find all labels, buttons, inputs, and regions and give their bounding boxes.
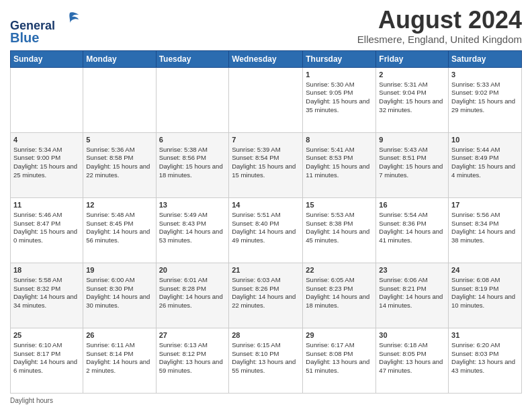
day-number: 2 bbox=[379, 70, 445, 80]
day-number: 23 bbox=[379, 265, 445, 275]
table-row: 28Sunrise: 6:15 AMSunset: 8:10 PMDayligh… bbox=[229, 328, 303, 393]
day-info: Sunrise: 5:44 AM bbox=[451, 146, 519, 154]
day-info: Sunset: 8:12 PM bbox=[159, 350, 226, 359]
day-info: Daylight: 14 hours and 41 minutes. bbox=[379, 228, 445, 245]
day-number: 13 bbox=[159, 200, 226, 210]
day-info: Sunset: 8:32 PM bbox=[13, 285, 80, 293]
table-row: 11Sunrise: 5:46 AMSunset: 8:47 PMDayligh… bbox=[11, 197, 83, 263]
col-monday: Monday bbox=[83, 50, 156, 67]
day-info: Sunrise: 5:48 AM bbox=[86, 211, 152, 220]
table-row: 18Sunrise: 5:58 AMSunset: 8:32 PMDayligh… bbox=[11, 263, 83, 328]
day-info: Sunrise: 5:43 AM bbox=[379, 146, 445, 154]
calendar-week-row: 18Sunrise: 5:58 AMSunset: 8:32 PMDayligh… bbox=[11, 263, 522, 328]
day-number: 5 bbox=[86, 135, 152, 145]
day-info: Sunrise: 6:17 AM bbox=[306, 341, 373, 350]
day-info: Sunrise: 6:03 AM bbox=[232, 276, 300, 285]
col-saturday: Saturday bbox=[449, 50, 522, 67]
table-row: 20Sunrise: 6:01 AMSunset: 8:28 PMDayligh… bbox=[156, 263, 229, 328]
day-info: Sunrise: 5:36 AM bbox=[86, 146, 152, 154]
day-info: Daylight: 14 hours and 30 minutes. bbox=[86, 293, 152, 310]
day-info: Sunrise: 6:18 AM bbox=[379, 341, 445, 350]
header: General Blue August 2024 Ellesmere, Engl… bbox=[10, 7, 522, 45]
day-info: Daylight: 15 hours and 22 minutes. bbox=[86, 163, 152, 180]
day-info: Sunset: 8:36 PM bbox=[379, 220, 445, 228]
table-row: 31Sunrise: 6:20 AMSunset: 8:03 PMDayligh… bbox=[449, 328, 522, 393]
day-info: Daylight: 14 hours and 34 minutes. bbox=[13, 293, 80, 310]
day-info: Sunset: 8:49 PM bbox=[451, 154, 519, 163]
day-info: Daylight: 15 hours and 15 minutes. bbox=[232, 163, 300, 180]
day-info: Sunset: 8:38 PM bbox=[306, 220, 373, 228]
day-info: Daylight: 13 hours and 43 minutes. bbox=[451, 358, 519, 375]
day-info: Sunrise: 5:41 AM bbox=[306, 146, 373, 154]
main-title: August 2024 bbox=[357, 7, 522, 34]
table-row: 24Sunrise: 6:08 AMSunset: 8:19 PMDayligh… bbox=[449, 263, 522, 328]
table-row: 3Sunrise: 5:33 AMSunset: 9:02 PMDaylight… bbox=[449, 67, 522, 132]
day-number: 4 bbox=[13, 135, 80, 145]
table-row: 22Sunrise: 6:05 AMSunset: 8:23 PMDayligh… bbox=[303, 263, 376, 328]
day-number: 7 bbox=[232, 135, 300, 145]
logo: General Blue bbox=[10, 7, 80, 45]
day-info: Sunrise: 5:33 AM bbox=[451, 81, 519, 89]
day-number: 19 bbox=[86, 265, 152, 275]
table-row bbox=[229, 67, 303, 132]
day-info: Sunset: 8:40 PM bbox=[232, 220, 300, 228]
table-row: 4Sunrise: 5:34 AMSunset: 9:00 PMDaylight… bbox=[11, 132, 83, 197]
day-number: 27 bbox=[159, 330, 226, 340]
day-info: Sunset: 8:56 PM bbox=[159, 154, 226, 163]
day-info: Sunrise: 5:51 AM bbox=[232, 211, 300, 220]
day-info: Sunrise: 5:34 AM bbox=[13, 146, 80, 154]
day-info: Sunrise: 6:13 AM bbox=[159, 341, 226, 350]
table-row: 26Sunrise: 6:11 AMSunset: 8:14 PMDayligh… bbox=[83, 328, 156, 393]
day-info: Daylight: 14 hours and 6 minutes. bbox=[13, 358, 80, 375]
col-tuesday: Tuesday bbox=[156, 50, 229, 67]
day-info: Daylight: 14 hours and 49 minutes. bbox=[232, 228, 300, 245]
day-info: Sunrise: 6:20 AM bbox=[451, 341, 519, 350]
day-info: Sunset: 8:14 PM bbox=[86, 350, 152, 359]
day-number: 30 bbox=[379, 330, 445, 340]
table-row: 10Sunrise: 5:44 AMSunset: 8:49 PMDayligh… bbox=[449, 132, 522, 197]
day-info: Sunset: 8:43 PM bbox=[159, 220, 226, 228]
calendar-week-row: 25Sunrise: 6:10 AMSunset: 8:17 PMDayligh… bbox=[11, 328, 522, 393]
day-number: 10 bbox=[451, 135, 519, 145]
col-wednesday: Wednesday bbox=[229, 50, 303, 67]
day-info: Sunset: 8:17 PM bbox=[13, 350, 80, 359]
day-info: Sunset: 8:19 PM bbox=[451, 285, 519, 293]
table-row: 13Sunrise: 5:49 AMSunset: 8:43 PMDayligh… bbox=[156, 197, 229, 263]
day-info: Daylight: 15 hours and 29 minutes. bbox=[451, 97, 519, 115]
calendar-week-row: 11Sunrise: 5:46 AMSunset: 8:47 PMDayligh… bbox=[11, 197, 522, 263]
subtitle: Ellesmere, England, United Kingdom bbox=[357, 34, 522, 45]
day-info: Sunset: 8:21 PM bbox=[379, 285, 445, 293]
day-number: 8 bbox=[306, 135, 373, 145]
day-info: Daylight: 15 hours and 4 minutes. bbox=[451, 163, 519, 180]
day-info: Sunset: 8:53 PM bbox=[306, 154, 373, 163]
day-info: Sunset: 8:03 PM bbox=[451, 350, 519, 359]
day-info: Daylight: 15 hours and 0 minutes. bbox=[13, 228, 80, 245]
table-row: 17Sunrise: 5:56 AMSunset: 8:34 PMDayligh… bbox=[449, 197, 522, 263]
day-info: Daylight: 13 hours and 55 minutes. bbox=[232, 358, 300, 375]
col-friday: Friday bbox=[376, 50, 449, 67]
table-row: 23Sunrise: 6:06 AMSunset: 8:21 PMDayligh… bbox=[376, 263, 449, 328]
day-info: Sunrise: 5:30 AM bbox=[306, 81, 373, 89]
day-info: Sunset: 9:04 PM bbox=[379, 89, 445, 97]
table-row: 5Sunrise: 5:36 AMSunset: 8:58 PMDaylight… bbox=[83, 132, 156, 197]
day-number: 16 bbox=[379, 200, 445, 210]
day-info: Sunrise: 5:38 AM bbox=[159, 146, 226, 154]
col-sunday: Sunday bbox=[11, 50, 83, 67]
day-info: Sunset: 8:30 PM bbox=[86, 285, 152, 293]
logo-bird-icon bbox=[60, 9, 80, 30]
day-info: Sunrise: 6:08 AM bbox=[451, 276, 519, 285]
footer: Daylight hours bbox=[10, 397, 522, 404]
day-info: Daylight: 14 hours and 14 minutes. bbox=[379, 293, 445, 310]
day-number: 20 bbox=[159, 265, 226, 275]
day-info: Sunrise: 6:05 AM bbox=[306, 276, 373, 285]
day-number: 22 bbox=[306, 265, 373, 275]
table-row bbox=[156, 67, 229, 132]
day-info: Sunrise: 6:10 AM bbox=[13, 341, 80, 350]
col-thursday: Thursday bbox=[303, 50, 376, 67]
day-info: Daylight: 13 hours and 51 minutes. bbox=[306, 358, 373, 375]
day-info: Daylight: 14 hours and 22 minutes. bbox=[232, 293, 300, 310]
table-row: 27Sunrise: 6:13 AMSunset: 8:12 PMDayligh… bbox=[156, 328, 229, 393]
day-info: Daylight: 14 hours and 18 minutes. bbox=[306, 293, 373, 310]
day-number: 11 bbox=[13, 200, 80, 210]
day-info: Daylight: 15 hours and 7 minutes. bbox=[379, 163, 445, 180]
